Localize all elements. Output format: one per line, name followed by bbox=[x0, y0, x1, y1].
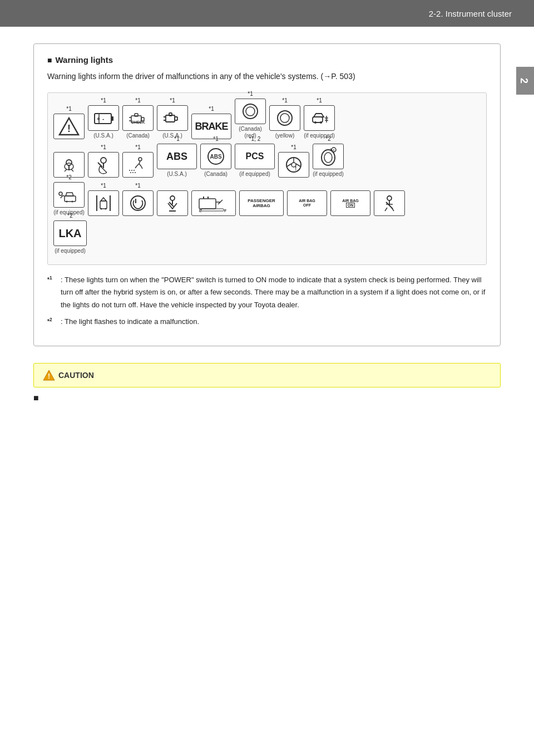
airbag-on-icon: AIR BAGON bbox=[330, 190, 370, 216]
footnote-1: *1 : These lights turn on when the "POWE… bbox=[47, 274, 487, 311]
svg-text:-: - bbox=[102, 116, 104, 122]
ev-system-cell: *1 (if equipped) bbox=[304, 105, 335, 139]
ready-yellow-icon bbox=[269, 105, 300, 131]
seatbelt-svg bbox=[92, 155, 115, 175]
steering-cell: *1 ! bbox=[278, 152, 309, 178]
svg-rect-14 bbox=[169, 113, 172, 116]
abs-canada-svg: ABS bbox=[205, 146, 227, 166]
svg-point-61 bbox=[101, 208, 102, 210]
svg-point-19 bbox=[246, 107, 255, 116]
lka-cell: *2 LKA (if equipped) bbox=[53, 220, 87, 254]
svg-text:F: F bbox=[224, 209, 227, 213]
steering-icon: ! bbox=[278, 152, 309, 178]
lane-depart-cell: *1 bbox=[88, 190, 119, 216]
svg-point-20 bbox=[278, 111, 292, 125]
ebs-cell bbox=[374, 190, 405, 216]
ready-canada-cell: *1 (Canada)(red) bbox=[235, 99, 266, 139]
svg-rect-3 bbox=[111, 116, 113, 121]
tpms-label: (if equipped) bbox=[313, 171, 344, 178]
svg-marker-53 bbox=[66, 193, 73, 196]
abs-label: (U.S.A.) bbox=[167, 171, 187, 178]
ready-canada-icon bbox=[235, 99, 266, 124]
star-7: *1 bbox=[282, 97, 287, 104]
abs-canada-label: (Canada) bbox=[204, 171, 228, 178]
star-ld: *1 bbox=[101, 183, 106, 189]
svg-point-62 bbox=[105, 208, 107, 210]
pcs-cell: *1, 2 PCS (if equipped) bbox=[235, 144, 275, 178]
slip-svg bbox=[127, 155, 149, 175]
power-system-svg bbox=[127, 193, 149, 213]
svg-point-64 bbox=[170, 196, 175, 200]
seatbelt2-icon bbox=[157, 190, 188, 216]
section-square: ■ bbox=[33, 393, 501, 403]
star-sb: *1 bbox=[101, 144, 106, 150]
svg-point-29 bbox=[66, 160, 72, 165]
star-abs: *1 bbox=[174, 136, 179, 142]
tpms-icon: ! bbox=[313, 144, 344, 169]
engine-malfunction-cell: *1 (U.S.A.) bbox=[157, 105, 188, 139]
passenger-text: PASSENGERAIRBAG bbox=[248, 198, 275, 209]
star-pcs: *1, 2 bbox=[249, 136, 261, 142]
svg-point-37 bbox=[139, 158, 142, 161]
svg-line-45 bbox=[287, 164, 291, 166]
check-engine-icon: CHECK bbox=[122, 105, 154, 131]
abs-canada-icon: ABS bbox=[200, 144, 231, 169]
slip-cell: *1 bbox=[122, 152, 154, 178]
battery-cell: *1 + - (U.S.A.) bbox=[88, 105, 119, 139]
svg-line-32 bbox=[65, 169, 67, 171]
lane-depart-svg bbox=[92, 193, 115, 213]
ebs-svg bbox=[378, 193, 400, 213]
svg-text:+: + bbox=[97, 116, 100, 122]
svg-text:ABS: ABS bbox=[210, 154, 221, 160]
icon-row-3: *2 (if equipped) bbox=[53, 182, 481, 216]
svg-point-24 bbox=[314, 121, 317, 124]
ready-yellow-label: (yellow) bbox=[275, 132, 294, 139]
lka-text: LKA bbox=[58, 227, 81, 240]
seatbelt-icon bbox=[88, 152, 119, 178]
abs-cell: *1 ABS (U.S.A.) bbox=[157, 144, 197, 178]
ready-yellow-svg bbox=[274, 108, 296, 128]
tpms-cell: *2 ! (if equipped) bbox=[313, 144, 344, 178]
svg-rect-15 bbox=[175, 117, 177, 120]
star-4: *1 bbox=[170, 97, 175, 104]
footnote-2-text: : The light flashes to indicate a malfun… bbox=[61, 316, 199, 328]
star-3: *1 bbox=[135, 97, 140, 104]
abs-icon: ABS bbox=[157, 144, 197, 169]
battery-icon: + - bbox=[88, 105, 119, 131]
battery-label: (U.S.A.) bbox=[93, 132, 113, 139]
pcs-icon: PCS bbox=[235, 144, 275, 169]
abs-text: ABS bbox=[166, 151, 187, 163]
seatbelt-cell: *1 bbox=[88, 152, 119, 178]
svg-text:!: ! bbox=[67, 123, 71, 134]
slip-icon bbox=[122, 152, 154, 178]
star-1: *1 bbox=[66, 106, 71, 112]
svg-point-54 bbox=[66, 201, 68, 203]
engine-malfunction-icon bbox=[157, 105, 188, 131]
pre-collision-svg bbox=[58, 185, 80, 205]
warning-lights-title: Warning lights bbox=[47, 55, 487, 65]
brake-text: BRAKE bbox=[195, 121, 228, 132]
lka-icon: LKA bbox=[53, 220, 87, 246]
svg-point-25 bbox=[320, 121, 322, 124]
chapter-tab: 2 bbox=[516, 67, 534, 95]
brake-cell: *1 BRAKE bbox=[191, 114, 231, 139]
master-warning-icon: ! bbox=[53, 114, 85, 139]
star-slip: *1 bbox=[135, 144, 140, 150]
svg-marker-23 bbox=[314, 114, 324, 117]
footnote-2: *2 : The light flashes to indicate a mal… bbox=[47, 316, 487, 328]
charge-svg: E F bbox=[194, 192, 234, 214]
svg-rect-8 bbox=[135, 114, 138, 116]
ev-system-svg bbox=[308, 108, 330, 128]
ready-yellow-cell: *1 (yellow) bbox=[269, 105, 300, 139]
charge-icon: E F bbox=[191, 190, 236, 216]
star-2: *1 bbox=[101, 97, 106, 104]
battery-svg: + - bbox=[92, 108, 115, 128]
seatbelt2-svg bbox=[161, 193, 184, 213]
star-5: *1 bbox=[209, 106, 214, 112]
airbag-on-cell: AIR BAGON bbox=[330, 190, 370, 216]
page-title: 2-2. Instrument cluster bbox=[429, 9, 512, 18]
power-system-icon bbox=[122, 190, 154, 216]
footnote-1-mark: *1 bbox=[47, 274, 58, 311]
steering-svg: ! bbox=[283, 155, 305, 175]
footnotes: *1 : These lights turn on when the "POWE… bbox=[47, 274, 487, 327]
